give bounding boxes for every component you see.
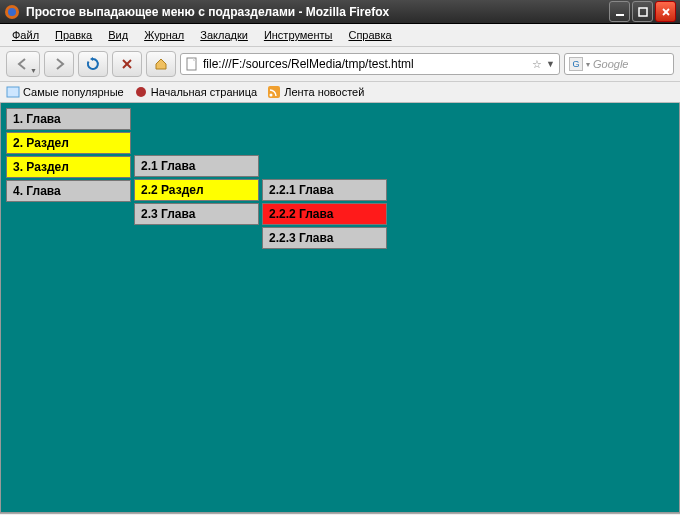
menu-item-2-3[interactable]: 2.3 Глава [134, 203, 259, 225]
popular-icon [6, 85, 20, 99]
url-bar[interactable]: file:///F:/sources/RelMedia/tmp/test.htm… [180, 53, 560, 75]
search-input[interactable]: Google [593, 58, 669, 70]
minimize-button[interactable] [609, 1, 630, 22]
nav-toolbar: ▼ file:///F:/sources/RelMedia/tmp/test.h… [0, 47, 680, 82]
window-title: Простое выпадающее меню с подразделами -… [24, 5, 609, 19]
reload-button[interactable] [78, 51, 108, 77]
back-button[interactable]: ▼ [6, 51, 40, 77]
svg-point-12 [270, 94, 273, 97]
menu-view[interactable]: Вид [102, 27, 134, 43]
search-bar[interactable]: G ▾ Google [564, 53, 674, 75]
bookmark-news[interactable]: Лента новостей [267, 85, 364, 99]
maximize-button[interactable] [632, 1, 653, 22]
menu-item-2-2[interactable]: 2.2 Раздел [134, 179, 259, 201]
bookmark-label: Лента новостей [284, 86, 364, 98]
window-controls [609, 1, 676, 22]
svg-point-10 [136, 87, 146, 97]
menu-tools[interactable]: Инструменты [258, 27, 339, 43]
rss-icon [267, 85, 281, 99]
google-icon: G [569, 57, 583, 71]
menu-item-3[interactable]: 3. Раздел [6, 156, 131, 178]
bookmark-startpage[interactable]: Начальная страница [134, 85, 257, 99]
stop-button[interactable] [112, 51, 142, 77]
home-button[interactable] [146, 51, 176, 77]
menu-bookmarks[interactable]: Закладки [194, 27, 254, 43]
chevron-down-icon: ▼ [30, 67, 37, 74]
menu-item-2-2-3[interactable]: 2.2.3 Глава [262, 227, 387, 249]
menu-item-1[interactable]: 1. Глава [6, 108, 131, 130]
page-content: 1. Глава 2. Раздел 3. Раздел 4. Глава 2.… [0, 103, 680, 513]
svg-rect-9 [7, 87, 19, 97]
page-icon [185, 57, 199, 71]
dropdown-level-0: 1. Глава 2. Раздел 3. Раздел 4. Глава [6, 108, 131, 204]
forward-button[interactable] [44, 51, 74, 77]
url-text: file:///F:/sources/RelMedia/tmp/test.htm… [203, 57, 528, 71]
dropdown-level-1: 2.1 Глава 2.2 Раздел 2.3 Глава [134, 155, 259, 227]
titlebar: Простое выпадающее меню с подразделами -… [0, 0, 680, 24]
close-button[interactable] [655, 1, 676, 22]
bookmark-star-icon[interactable]: ☆ [532, 58, 542, 71]
menu-item-4[interactable]: 4. Глава [6, 180, 131, 202]
search-engine-dropdown-icon[interactable]: ▾ [586, 60, 590, 69]
url-dropdown-icon[interactable]: ▼ [546, 59, 555, 69]
bookmark-label: Самые популярные [23, 86, 124, 98]
svg-rect-2 [616, 14, 624, 16]
menu-edit[interactable]: Правка [49, 27, 98, 43]
svg-point-1 [8, 8, 16, 16]
menu-file[interactable]: Файл [6, 27, 45, 43]
menubar: Файл Правка Вид Журнал Закладки Инструме… [0, 24, 680, 47]
menu-history[interactable]: Журнал [138, 27, 190, 43]
menu-item-2-2-1[interactable]: 2.2.1 Глава [262, 179, 387, 201]
dropdown-level-2: 2.2.1 Глава 2.2.2 Глава 2.2.3 Глава [262, 179, 387, 251]
startpage-icon [134, 85, 148, 99]
menu-item-2[interactable]: 2. Раздел [6, 132, 131, 154]
bookmarks-toolbar: Самые популярные Начальная страница Лент… [0, 82, 680, 103]
menu-help[interactable]: Справка [342, 27, 397, 43]
firefox-icon [4, 4, 20, 20]
bookmark-popular[interactable]: Самые популярные [6, 85, 124, 99]
menu-item-2-1[interactable]: 2.1 Глава [134, 155, 259, 177]
bookmark-label: Начальная страница [151, 86, 257, 98]
menu-item-2-2-2[interactable]: 2.2.2 Глава [262, 203, 387, 225]
svg-rect-3 [639, 8, 647, 16]
